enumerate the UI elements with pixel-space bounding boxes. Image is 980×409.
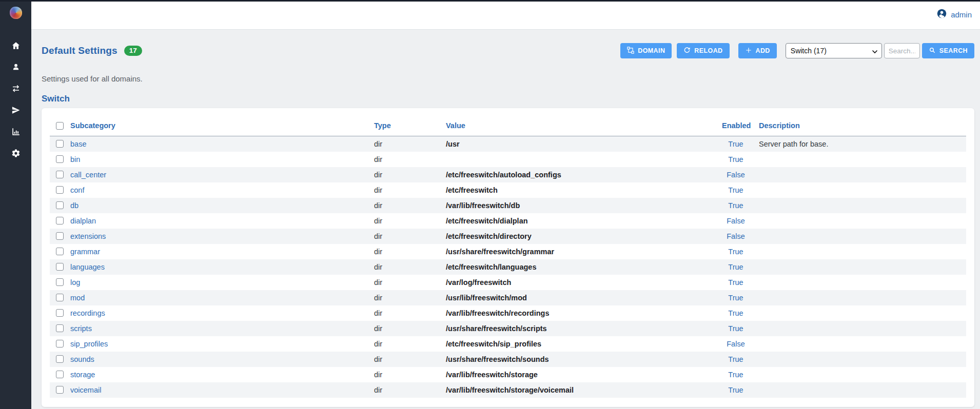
select-all-checkbox[interactable]: [56, 122, 64, 130]
sort-description-link[interactable]: Description: [759, 121, 800, 130]
enabled-link[interactable]: True: [728, 355, 743, 363]
enabled-link[interactable]: True: [728, 386, 743, 394]
sidebar: [0, 0, 31, 409]
enabled-link[interactable]: True: [728, 140, 743, 148]
account-menu[interactable]: admin: [936, 8, 972, 21]
row-checkbox[interactable]: [56, 324, 64, 332]
sidebar-item-dialplan[interactable]: [10, 85, 22, 94]
sidebar-item-advanced[interactable]: [10, 150, 22, 159]
type-cell: dir: [368, 367, 440, 382]
enabled-link[interactable]: False: [727, 171, 744, 179]
subcategory-link[interactable]: conf: [70, 186, 84, 194]
table-row: log dir /var/log/freeswitch True: [50, 275, 966, 290]
value-cell: /usr: [440, 136, 716, 152]
type-cell: dir: [368, 321, 440, 336]
table-row: db dir /var/lib/freeswitch/db True: [50, 198, 966, 213]
description-cell: [756, 229, 966, 244]
row-checkbox[interactable]: [56, 355, 64, 363]
search-button[interactable]: SEARCH: [922, 43, 974, 58]
sidebar-item-status[interactable]: [10, 128, 22, 137]
subcategory-link[interactable]: base: [70, 140, 86, 148]
table-row: conf dir /etc/freeswitch True: [50, 182, 966, 198]
enabled-link[interactable]: True: [728, 263, 743, 271]
add-button[interactable]: ADD: [738, 43, 777, 58]
enabled-link[interactable]: False: [727, 217, 744, 225]
select-all-cell: [50, 114, 70, 136]
subcategory-link[interactable]: sip_profiles: [70, 340, 108, 348]
description-cell: [756, 367, 966, 382]
subcategory-link[interactable]: voicemail: [70, 386, 101, 394]
subcategory-link[interactable]: recordings: [70, 309, 105, 317]
search-input[interactable]: [884, 43, 920, 58]
table-row: languages dir /etc/freeswitch/languages …: [50, 259, 966, 275]
subcategory-link[interactable]: log: [70, 278, 80, 287]
add-button-label: ADD: [756, 47, 770, 54]
enabled-link[interactable]: True: [728, 309, 743, 317]
enabled-cell: True: [716, 305, 756, 321]
subcategory-cell: db: [70, 198, 368, 213]
category-select[interactable]: Switch (17): [786, 43, 882, 58]
fusionpbx-logo[interactable]: [10, 7, 22, 19]
enabled-link[interactable]: True: [728, 201, 743, 210]
subcategory-link[interactable]: languages: [70, 263, 105, 271]
row-checkbox[interactable]: [56, 248, 64, 255]
column-header-enabled: Enabled: [716, 114, 756, 136]
enabled-link[interactable]: True: [728, 278, 743, 287]
domain-button[interactable]: DOMAIN: [620, 43, 672, 58]
subcategory-link[interactable]: db: [70, 201, 79, 210]
subcategory-link[interactable]: scripts: [70, 324, 92, 333]
row-checkbox[interactable]: [56, 340, 64, 347]
value-cell: /etc/freeswitch/directory: [440, 229, 716, 244]
sort-subcategory-link[interactable]: Subcategory: [70, 121, 115, 130]
sort-type-link[interactable]: Type: [374, 121, 391, 130]
sort-enabled-link[interactable]: Enabled: [722, 121, 751, 130]
account-name[interactable]: admin: [951, 10, 972, 19]
subcategory-link[interactable]: storage: [70, 371, 95, 379]
row-checkbox[interactable]: [56, 263, 64, 271]
enabled-cell: True: [716, 182, 756, 198]
enabled-link[interactable]: True: [728, 186, 743, 194]
plus-icon: [745, 47, 752, 55]
row-checkbox[interactable]: [56, 201, 64, 209]
reload-button[interactable]: RELOAD: [677, 43, 729, 58]
enabled-link[interactable]: True: [728, 248, 743, 256]
row-checkbox[interactable]: [56, 186, 64, 194]
enabled-link[interactable]: True: [728, 294, 743, 302]
row-checkbox[interactable]: [56, 217, 64, 224]
row-checkbox[interactable]: [56, 171, 64, 178]
subcategory-link[interactable]: call_center: [70, 171, 106, 179]
type-cell: dir: [368, 136, 440, 152]
row-checkbox[interactable]: [56, 140, 64, 148]
subcategory-link[interactable]: extensions: [70, 232, 106, 240]
table-row: mod dir /usr/lib/freeswitch/mod True: [50, 290, 966, 305]
subcategory-cell: languages: [70, 259, 368, 275]
row-checkbox[interactable]: [56, 155, 64, 163]
table-row: base dir /usr True Server path for base.: [50, 136, 966, 152]
enabled-link[interactable]: False: [727, 232, 744, 240]
row-checkbox[interactable]: [56, 232, 64, 240]
subcategory-cell: scripts: [70, 321, 368, 336]
row-checkbox[interactable]: [56, 386, 64, 394]
subcategory-link[interactable]: bin: [70, 155, 80, 163]
row-checkbox[interactable]: [56, 294, 64, 301]
window-top-strip: [0, 0, 980, 2]
row-checkbox[interactable]: [56, 309, 64, 317]
type-cell: dir: [368, 305, 440, 321]
subcategory-link[interactable]: dialplan: [70, 217, 96, 225]
enabled-link[interactable]: True: [728, 371, 743, 379]
value-cell: /usr/share/freeswitch/grammar: [440, 244, 716, 259]
subcategory-link[interactable]: mod: [70, 294, 85, 302]
enabled-link[interactable]: False: [727, 340, 744, 348]
subcategory-link[interactable]: sounds: [70, 355, 94, 363]
subcategory-link[interactable]: grammar: [70, 248, 100, 256]
sidebar-item-accounts[interactable]: [10, 64, 22, 73]
sidebar-item-home[interactable]: [10, 42, 22, 51]
enabled-cell: True: [716, 244, 756, 259]
description-cell: [756, 290, 966, 305]
enabled-link[interactable]: True: [728, 324, 743, 333]
enabled-link[interactable]: True: [728, 155, 743, 163]
row-checkbox[interactable]: [56, 278, 64, 286]
sort-value-link[interactable]: Value: [446, 121, 465, 130]
sidebar-item-applications[interactable]: [10, 107, 22, 116]
row-checkbox[interactable]: [56, 371, 64, 378]
